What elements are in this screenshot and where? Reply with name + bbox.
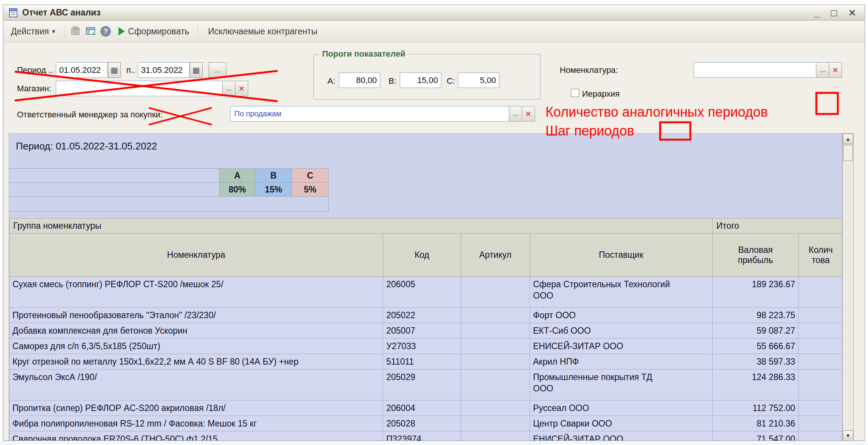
actions-menu-button[interactable]: Действия ▾ xyxy=(7,25,59,38)
cell-gross-profit[interactable]: 55 666.67 xyxy=(713,339,799,354)
cell-quantity[interactable] xyxy=(799,323,842,339)
cell-nomenclature[interactable]: Добавка комплексная для бетонов Ускорин xyxy=(9,323,383,339)
cell-supplier[interactable]: ЕНИСЕЙ-ЗИТАР ООО xyxy=(530,431,713,441)
period-from-input[interactable] xyxy=(56,62,108,78)
cell-supplier[interactable]: Акрил НПФ xyxy=(530,354,713,370)
cell-code[interactable]: 205028 xyxy=(383,416,461,431)
cell-supplier[interactable]: ЕНИСЕЙ-ЗИТАР ООО xyxy=(530,339,713,354)
cell-gross-profit[interactable]: 71 547.00 xyxy=(713,431,799,441)
minimize-button[interactable]: _ xyxy=(814,8,819,18)
column-header-quantity[interactable]: Колич това xyxy=(799,234,842,277)
cell-code[interactable]: П323974 xyxy=(383,431,461,441)
store-clear-button[interactable]: ✕ xyxy=(235,81,248,96)
cell-quantity[interactable] xyxy=(799,339,842,354)
cell-article[interactable] xyxy=(461,339,530,354)
cell-nomenclature[interactable]: Эмульсол ЭксА /190/ xyxy=(9,370,383,400)
cell-article[interactable] xyxy=(461,323,530,339)
cell-code[interactable]: У27033 xyxy=(383,339,461,354)
column-header-code[interactable]: Код xyxy=(383,234,461,277)
cell-code[interactable]: 205007 xyxy=(383,323,461,339)
cell-article[interactable] xyxy=(461,277,530,308)
abc-class-b-letter[interactable]: В xyxy=(255,169,292,183)
threshold-a-input[interactable] xyxy=(339,72,380,88)
cell-article[interactable] xyxy=(461,431,530,441)
threshold-b-input[interactable] xyxy=(400,72,441,88)
cell-supplier[interactable]: ЕКТ-Сиб ООО xyxy=(530,323,713,339)
nomenclature-select-button[interactable]: ... xyxy=(816,63,829,77)
cell-code[interactable]: 206004 xyxy=(383,400,461,416)
manager-field[interactable]: По продажам ... ✕ xyxy=(230,106,535,122)
abc-class-a-percent[interactable]: 80% xyxy=(220,183,255,197)
generate-report-button[interactable]: Сформировать xyxy=(115,25,193,38)
close-button[interactable]: ✕ xyxy=(848,8,856,18)
cell-quantity[interactable] xyxy=(799,354,842,370)
abc-class-c-percent[interactable]: 5% xyxy=(292,183,329,197)
store-field[interactable]: ... ✕ xyxy=(56,81,248,96)
abc-class-a-letter[interactable]: А xyxy=(220,169,255,183)
title-bar[interactable]: Отчет АВС анализ _ □ ✕ xyxy=(3,5,865,21)
cell-code[interactable]: 205029 xyxy=(383,370,461,400)
cell-article[interactable] xyxy=(461,416,530,431)
cell-code[interactable]: 511011 xyxy=(383,354,461,370)
cell-supplier[interactable]: Центр Сварки ООО xyxy=(530,416,713,431)
restore-settings-icon[interactable] xyxy=(70,26,81,37)
group-header[interactable]: Группа номенклатуры xyxy=(9,219,713,234)
cell-article[interactable] xyxy=(461,308,530,323)
scroll-down-button[interactable]: ▼ xyxy=(843,430,853,441)
hierarchy-checkbox[interactable] xyxy=(571,89,579,97)
report-settings-icon[interactable] xyxy=(85,26,97,37)
cell-quantity[interactable] xyxy=(799,277,842,308)
cell-quantity[interactable] xyxy=(799,400,842,416)
manager-clear-button[interactable]: ✕ xyxy=(522,106,535,121)
cell-gross-profit[interactable]: 59 087.27 xyxy=(713,323,799,339)
period-to-input[interactable] xyxy=(138,62,190,78)
column-header-gross-profit[interactable]: Валовая прибыль xyxy=(713,234,799,277)
cell-gross-profit[interactable]: 112 752.00 xyxy=(713,400,799,416)
column-header-supplier[interactable]: Поставщик xyxy=(530,234,713,277)
cell-code[interactable]: 205022 xyxy=(383,308,461,323)
cell-nomenclature[interactable]: Сухая смесь (топпинг) РЕФЛОР СТ-S200 /ме… xyxy=(9,277,383,308)
cell-article[interactable] xyxy=(461,354,530,370)
nomenclature-clear-button[interactable]: ✕ xyxy=(829,63,842,77)
nomenclature-field[interactable]: ... ✕ xyxy=(694,62,842,78)
cell-quantity[interactable] xyxy=(799,308,842,323)
column-header-article[interactable]: Артикул xyxy=(461,234,530,277)
cell-nomenclature[interactable]: Круг отрезной по металлу 150х1,6х22,2 мм… xyxy=(9,354,383,370)
cell-quantity[interactable] xyxy=(799,416,842,431)
cell-gross-profit[interactable]: 189 236.67 xyxy=(713,277,799,308)
cell-supplier[interactable]: Форт ООО xyxy=(530,308,713,323)
cell-article[interactable] xyxy=(461,370,530,400)
help-icon[interactable]: ? xyxy=(100,26,111,37)
cell-nomenclature[interactable]: Пропитка (силер) РЕФЛОР AC-S200 акрилова… xyxy=(9,400,383,416)
cell-code[interactable]: 206005 xyxy=(383,277,461,308)
period-more-button[interactable]: ... xyxy=(209,62,226,78)
threshold-c-input[interactable] xyxy=(458,72,499,88)
column-header-nomenclature[interactable]: Номенклатура xyxy=(9,234,383,277)
period-to-calendar-button[interactable]: ▦ xyxy=(190,62,203,78)
report-period-line[interactable]: Период: 01.05.2022-31.05.2022 xyxy=(16,140,157,152)
cell-nomenclature[interactable]: Протеиновый пенообразователь "Эталон" /2… xyxy=(9,308,383,323)
cell-quantity[interactable] xyxy=(799,431,842,441)
cell-nomenclature[interactable]: Саморез для с/п 6,3/5,5х185 (250шт) xyxy=(9,339,383,354)
cell-gross-profit[interactable]: 81 210.36 xyxy=(713,416,799,431)
period-from-calendar-button[interactable]: ▦ xyxy=(108,62,121,78)
cell-supplier[interactable]: Руссеал ООО xyxy=(530,400,713,416)
abc-class-c-letter[interactable]: С xyxy=(292,169,329,183)
vertical-scrollbar[interactable]: ▲ ▼ xyxy=(842,133,854,441)
abc-class-b-percent[interactable]: 15% xyxy=(255,183,292,197)
cell-nomenclature[interactable]: Сварочная проволока ER70S-6 (THQ-50C) ф1… xyxy=(9,431,383,441)
manager-select-button[interactable]: ... xyxy=(509,106,522,121)
cell-gross-profit[interactable]: 98 223.75 xyxy=(713,308,799,323)
cell-gross-profit[interactable]: 38 597.33 xyxy=(713,354,799,370)
total-header[interactable]: Итого xyxy=(713,219,842,234)
scrollbar-thumb[interactable] xyxy=(843,145,853,161)
cell-article[interactable] xyxy=(461,400,530,416)
excluded-contractors-button[interactable]: Исключаемые контрагенты xyxy=(204,25,321,38)
cell-supplier[interactable]: Сфера Строительных Технологий ООО xyxy=(530,277,713,308)
store-select-button[interactable]: ... xyxy=(222,81,235,96)
cell-supplier[interactable]: Промышленные покрытия ТД ООО xyxy=(530,370,713,400)
cell-quantity[interactable] xyxy=(799,370,842,400)
cell-nomenclature[interactable]: Фибра полипропиленовая RS-12 mm / Фасовк… xyxy=(9,416,383,431)
scroll-up-button[interactable]: ▲ xyxy=(843,134,853,144)
maximize-button[interactable]: □ xyxy=(831,8,837,18)
